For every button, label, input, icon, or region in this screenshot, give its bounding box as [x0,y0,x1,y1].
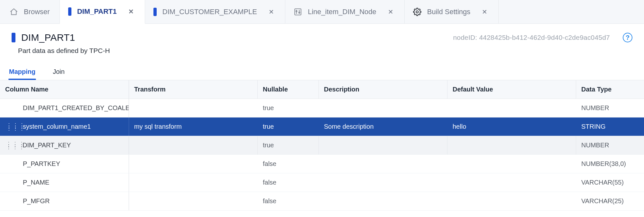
cell-nullable[interactable]: false [257,192,318,210]
col-header-transform[interactable]: Transform [129,80,257,99]
tab-label: Build Settings [427,8,471,16]
table-row[interactable]: P_PARTKEYfalseNUMBER(38,0) [0,155,644,173]
cell-nullable[interactable]: true [257,99,318,117]
tab-strip: Browser DIM_PART1 ✕ DIM_CUSTOMER_EXAMPLE… [0,0,644,24]
cell-transform[interactable] [129,173,257,192]
cell-column-name[interactable]: P_PARTKEY [0,155,129,173]
tab-dim-part1[interactable]: DIM_PART1 ✕ [60,0,145,24]
tab-browser-label: Browser [24,8,50,16]
cell-column-name[interactable]: DIM_PART1_CREATED_BY_COALES [0,99,129,117]
col-header-type[interactable]: Data Type [576,80,644,99]
cell-transform[interactable] [129,155,257,173]
cell-nullable[interactable]: false [257,155,318,173]
cell-transform[interactable] [129,192,257,210]
node-id: nodeID: 4428425b-b412-462d-9d40-c2de9ac0… [453,34,610,41]
cell-column-name[interactable]: ⋮⋮⋮⋮⋮⋮system_column_name1 [0,117,129,136]
tab-label: Line_item_DIM_Node [308,8,376,16]
node-chip-icon [68,7,71,16]
cell-data-type[interactable]: VARCHAR(25) [576,192,644,210]
subtab-strip: Mapping Join [0,58,644,80]
col-header-default[interactable]: Default Value [447,80,576,99]
node-chip-icon [12,33,15,42]
table-row[interactable]: P_MFGRfalseVARCHAR(25) [0,192,644,211]
cell-description[interactable] [318,99,447,117]
gear-icon [413,8,421,16]
table-header-row: Column Name Transform Nullable Descripti… [0,80,644,99]
close-icon[interactable]: ✕ [127,7,135,16]
cell-data-type[interactable]: NUMBER [576,136,644,154]
cell-nullable[interactable]: false [257,173,318,192]
tab-browser[interactable]: Browser [0,0,60,23]
tab-line-item-dim-node[interactable]: Line_item_DIM_Node ✕ [285,0,405,23]
cell-default[interactable] [447,173,576,192]
cell-transform[interactable] [129,99,257,117]
tab-build-settings[interactable]: Build Settings ✕ [405,0,499,23]
cell-transform[interactable] [129,136,257,154]
cell-description[interactable] [318,173,447,192]
table-row[interactable]: P_NAMEfalseVARCHAR(55) [0,173,644,192]
tab-label: DIM_PART1 [77,7,117,16]
col-header-description[interactable]: Description [318,80,447,99]
sliders-icon [294,8,302,16]
cell-column-name[interactable]: ⋮⋮⋮⋮⋮⋮DIM_PART_KEY [0,136,129,154]
page-subtitle: Part data as defined by TPC-H [12,47,632,55]
drag-handle-icon[interactable]: ⋮⋮⋮⋮⋮⋮ [6,143,25,148]
page-title: DIM_PART1 [21,32,75,43]
cell-description[interactable]: Some description [318,117,447,136]
close-icon[interactable]: ✕ [387,7,395,16]
close-icon[interactable]: ✕ [267,7,275,16]
table-row[interactable]: ⋮⋮⋮⋮⋮⋮DIM_PART_KEYtrueNUMBER [0,136,644,155]
node-chip-icon [153,8,157,16]
title-row: DIM_PART1 nodeID: 4428425b-b412-462d-9d4… [12,32,632,43]
subtab-mapping[interactable]: Mapping [8,65,36,80]
cell-nullable[interactable]: true [257,136,318,154]
cell-description[interactable] [318,155,447,173]
cell-transform[interactable]: my sql transform [129,117,257,136]
drag-handle-icon[interactable]: ⋮⋮⋮⋮⋮⋮ [6,124,25,129]
page-body: DIM_PART1 nodeID: 4428425b-b412-462d-9d4… [0,24,644,217]
page-header: DIM_PART1 nodeID: 4428425b-b412-462d-9d4… [0,24,644,58]
cell-description[interactable] [318,136,447,154]
cell-default[interactable] [447,192,576,210]
col-header-name[interactable]: Column Name [0,80,129,99]
table-row[interactable]: DIM_PART1_CREATED_BY_COALEStrueNUMBER [0,99,644,117]
cell-data-type[interactable]: NUMBER(38,0) [576,155,644,173]
cell-data-type[interactable]: STRING [576,117,644,136]
col-header-nullable[interactable]: Nullable [257,80,318,99]
tab-label: DIM_CUSTOMER_EXAMPLE [162,8,257,16]
cell-default[interactable] [447,155,576,173]
home-icon [10,8,18,16]
mapping-grid: Column Name Transform Nullable Descripti… [0,80,644,211]
cell-description[interactable] [318,192,447,210]
svg-point-5 [416,11,418,13]
cell-default[interactable]: hello [447,117,576,136]
svg-point-2 [296,11,297,12]
cell-default[interactable] [447,99,576,117]
subtab-join[interactable]: Join [52,65,65,80]
cell-nullable[interactable]: true [257,117,318,136]
cell-column-name[interactable]: P_MFGR [0,192,129,210]
svg-rect-0 [295,9,301,15]
tab-dim-customer-example[interactable]: DIM_CUSTOMER_EXAMPLE ✕ [145,0,285,23]
svg-point-4 [299,12,300,13]
close-icon[interactable]: ✕ [481,7,489,16]
cell-data-type[interactable]: NUMBER [576,99,644,117]
cell-default[interactable] [447,136,576,154]
cell-column-name[interactable]: P_NAME [0,173,129,192]
help-icon[interactable]: ? [623,33,632,42]
cell-data-type[interactable]: VARCHAR(55) [576,173,644,192]
table-row[interactable]: ⋮⋮⋮⋮⋮⋮system_column_name1my sql transfor… [0,117,644,136]
